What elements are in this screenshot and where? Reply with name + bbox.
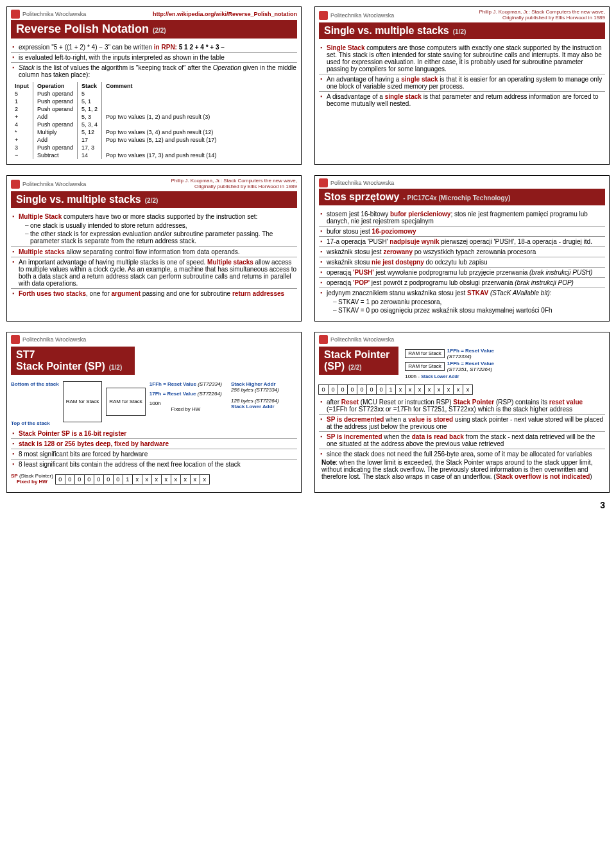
slide-title: Single vs. multiple stacks(1/2): [319, 22, 605, 39]
bullet: since the stack does not need the full 2…: [319, 449, 605, 459]
slide-title: Stos sprzętowy- PIC17C4x (Microchip Tech…: [319, 189, 605, 205]
sp-diagram: Bottom of the stack Top of the stack RAM…: [11, 381, 297, 426]
shield-icon: [11, 10, 20, 19]
bullet: 8 least significant bits contain the add…: [11, 459, 297, 469]
slide-single-2: Politechnika Wrocławska Philip J. Koopma…: [6, 175, 302, 322]
slide-title: ST7 Stack Pointer (SP)(1/2): [11, 347, 135, 375]
slide-rpn: Politechnika Wrocławska http://en.wikipe…: [6, 6, 302, 165]
bullet: Forth uses two stacks, one for argument …: [11, 288, 297, 298]
shield-icon: [319, 178, 328, 187]
bullet: stack is 128 or 256 bytes deep, fixed by…: [11, 438, 297, 449]
shield-icon: [319, 335, 328, 344]
uni-logo: Politechnika Wrocławska: [11, 10, 86, 19]
bullet: An important advantage of having multipl…: [11, 257, 297, 288]
bullet: Single Stack computers are those compute…: [319, 43, 605, 74]
rpn-table: InputOperationStackComment 5Push operand…: [11, 82, 220, 159]
bullet: Multiple stacks allow separating control…: [11, 246, 297, 257]
sub-bullet: STKAV = 0 po osiągnięciu przez wskaźnik …: [333, 306, 605, 314]
slide-single-1: Politechnika Wrocławska Philip J. Koopma…: [314, 6, 610, 165]
shield-icon: [319, 11, 328, 20]
slide-title: Reverse Polish Notation(2/2): [11, 20, 297, 39]
bullet: SP is decremented when a value is stored…: [319, 414, 605, 431]
bullet: 8 most significant bits are forced by ha…: [11, 449, 297, 459]
bullet: stosem jest 16-bitowy bufor pierścieniow…: [319, 209, 605, 226]
bullet: A disadvantage of a single stack is that…: [319, 91, 605, 108]
uni-name: Politechnika Wrocławska: [22, 11, 86, 17]
bullet: expression "5 + ((1 + 2) * 4) − 3" can b…: [11, 42, 297, 52]
bullet: wskaźnik stosu nie jest dostępny do odcz…: [319, 257, 605, 267]
slide-st7-1: Politechnika Wrocławska ST7 Stack Pointe…: [6, 332, 302, 493]
bullet: after Reset (MCU Reset or instruction RS…: [319, 397, 605, 414]
bullet: operacją 'POP' jest powrót z podprogramu…: [319, 277, 605, 288]
bullet: 17-a operacja 'PUSH' nadpisuje wynik pie…: [319, 236, 605, 246]
slide-stos: Politechnika Wrocławska Stos sprzętowy- …: [314, 175, 610, 322]
bullet: An advantage of having a single stack is…: [319, 74, 605, 91]
bullet: operacją 'PUSH' jest wywołanie podprogra…: [319, 267, 605, 277]
bullet: Multiple Stack computers have two or mor…: [11, 212, 297, 246]
sp-bits: 00000001xxxxxxxx: [56, 474, 210, 485]
sub-bullet: the other stack is for expression evalua…: [25, 230, 297, 245]
sp-bits: 00000001xxxxxxxx: [319, 384, 605, 395]
bullet: wskaźnik stosu jest zerowany po wszystki…: [319, 246, 605, 257]
slide-st7-2: Politechnika Wrocławska Stack Pointer (S…: [314, 332, 610, 493]
shield-icon: [11, 180, 20, 189]
note: Note: when the lower limit is exceeded, …: [319, 459, 605, 480]
slide-title: Single vs. multiple stacks(2/2): [11, 191, 297, 208]
slide-title: Stack Pointer (SP)(2/2): [319, 347, 398, 375]
bullet: Stack Pointer SP is a 16-bit register: [11, 429, 297, 438]
sub-bullet: STKAV = 1 po zerowaniu procesora,: [333, 298, 605, 306]
sub-bullet: one stack is usually intended to store r…: [25, 221, 297, 230]
bullet: jedynym znacznikiem stanu wskaźnika stos…: [319, 288, 605, 316]
bullet: Stack is the list of values the algorith…: [11, 62, 297, 80]
bullet: is evaluated left-to-right, with the inp…: [11, 52, 297, 62]
page-number: 3: [600, 500, 605, 510]
bullet: bufor stosu jest 16-poziomowy: [319, 226, 605, 236]
bullet: SP is incremented when the data is read …: [319, 431, 605, 449]
shield-icon: [11, 335, 20, 344]
source-link[interactable]: http://en.wikipedia.org/wiki/Reverse_Pol…: [153, 11, 297, 17]
